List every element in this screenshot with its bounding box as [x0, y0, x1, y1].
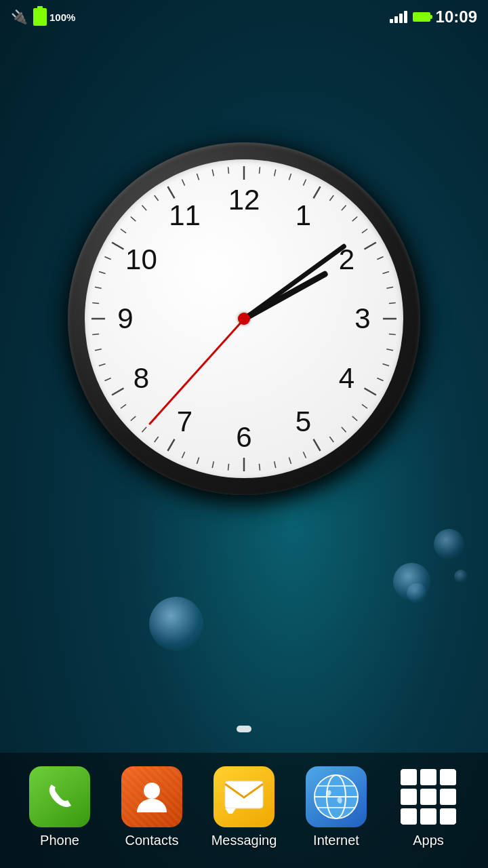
signal-bar-3 [399, 14, 403, 23]
signal-bar-2 [394, 16, 398, 23]
apps-grid [401, 769, 456, 825]
apps-dot-1 [401, 769, 417, 785]
svg-point-60 [144, 783, 160, 799]
signal-bars [390, 11, 407, 23]
apps-dot-2 [420, 769, 436, 785]
messaging-icon [214, 766, 274, 827]
homescreen: 🔌 100% 10:09 [0, 0, 488, 868]
hour-num-1: 1 [296, 199, 311, 232]
hour-num-3: 3 [354, 302, 370, 335]
phone-label: Phone [40, 833, 79, 848]
clock-face: 121234567891011 [85, 159, 403, 478]
signal-bar-1 [390, 19, 393, 23]
clock-widget[interactable]: 121234567891011 [58, 95, 430, 542]
clock-center-dot [238, 313, 250, 325]
page-dot-active [237, 726, 251, 732]
battery-small-container: 100% [33, 8, 75, 26]
clock-outer-ring: 121234567891011 [68, 142, 420, 495]
dock-item-messaging[interactable]: Messaging [203, 766, 285, 848]
apps-dot-9 [440, 808, 456, 825]
internet-label: Internet [313, 833, 359, 848]
usb-icon: 🔌 [11, 9, 28, 25]
battery-percent: 100% [49, 12, 75, 23]
status-right: 10:09 [390, 7, 477, 26]
hour-num-5: 5 [296, 406, 311, 438]
hour-num-6: 6 [236, 421, 251, 454]
svg-marker-62 [225, 808, 236, 814]
dock-item-internet[interactable]: Internet [296, 766, 377, 848]
apps-dot-8 [420, 808, 436, 825]
apps-dot-3 [440, 769, 456, 785]
apps-dot-4 [401, 789, 417, 805]
dock-item-contacts[interactable]: Contacts [111, 766, 192, 848]
page-indicator [237, 726, 251, 732]
apps-dot-6 [440, 789, 456, 805]
status-bar: 🔌 100% 10:09 [0, 0, 488, 34]
apps-dot-5 [420, 789, 436, 805]
bokeh-5 [454, 570, 468, 583]
battery-small-icon [33, 8, 47, 26]
bokeh-1 [149, 597, 203, 651]
bokeh-4 [407, 583, 427, 604]
bokeh-2 [393, 563, 430, 600]
contacts-label: Contacts [125, 833, 179, 848]
hour-num-7: 7 [177, 406, 192, 438]
hour-num-12: 12 [228, 184, 260, 216]
hour-num-9: 9 [117, 302, 133, 335]
apps-dot-7 [401, 808, 417, 825]
hour-num-10: 10 [125, 243, 157, 276]
contacts-svg [134, 777, 169, 816]
dock-item-apps[interactable]: Apps [388, 766, 469, 848]
apps-icon [398, 766, 459, 827]
status-left: 🔌 100% [11, 8, 75, 26]
internet-svg [312, 772, 361, 821]
messaging-label: Messaging [211, 833, 277, 848]
contacts-icon [121, 766, 182, 827]
signal-bar-4 [404, 11, 407, 23]
bokeh-3 [434, 529, 464, 559]
hour-num-8: 8 [134, 362, 149, 395]
hour-num-11: 11 [169, 199, 201, 232]
app-dock: Phone Contacts Messaging [0, 753, 488, 868]
internet-icon [306, 766, 367, 827]
svg-rect-61 [225, 781, 263, 808]
status-time: 10:09 [436, 7, 477, 26]
hour-num-4: 4 [339, 362, 354, 395]
apps-label: Apps [413, 833, 444, 848]
dock-item-phone[interactable]: Phone [19, 766, 100, 848]
messaging-svg [224, 780, 264, 814]
phone-svg [42, 779, 77, 814]
battery-icon [413, 12, 430, 22]
phone-icon [29, 766, 90, 827]
